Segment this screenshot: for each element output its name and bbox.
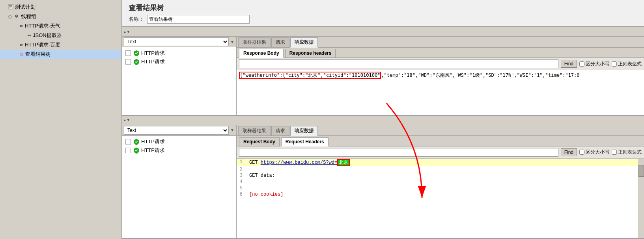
tab-sample-result-2[interactable]: 取样器结果: [238, 126, 271, 135]
collapse-icon-1[interactable]: ▲▼: [124, 29, 129, 35]
code-line-1: 1 GET https://www.baidu.com/S?wd=北京: [237, 159, 638, 166]
panel2-left-header: Text ▼: [122, 125, 236, 136]
code-line-4: 4: [237, 179, 638, 185]
url-link[interactable]: https://www.baidu.com/S?wd=: [261, 160, 337, 165]
sub-tab-response-headers-1[interactable]: Response headers: [285, 49, 336, 57]
panel2-right: 取样器结果 请求 响应数据 Re: [237, 125, 644, 239]
result-panel-1: ▲▼ Text ▼: [122, 26, 644, 116]
sub-tab-response-body-1[interactable]: Response Body: [239, 49, 284, 58]
page-header: 查看结果树 名称：: [122, 0, 644, 26]
sidebar-label-json-extractor: JSON提取器: [33, 32, 62, 39]
line-num-3: 3: [237, 173, 246, 178]
scrollbar-thumb-2[interactable]: [638, 165, 644, 177]
panel1-find-button[interactable]: Find: [561, 60, 577, 68]
line-num-1: 1: [237, 159, 246, 166]
tab-request-2[interactable]: 请求: [271, 126, 289, 135]
panel1-case-check[interactable]: 区分大小写: [579, 61, 609, 67]
sidebar-item-http-baidu[interactable]: ✏ HTTP请求-百度: [0, 40, 121, 50]
panel1-left: Text ▼ HTT: [122, 37, 237, 115]
code-text-3: GET data:: [249, 173, 275, 178]
pencil3-icon: ✏: [20, 43, 23, 48]
svg-rect-1: [9, 5, 12, 6]
svg-rect-2: [9, 6, 12, 7]
shield-icon-1a: [133, 50, 140, 56]
pencil-icon: ✏: [20, 24, 23, 29]
flower-icon: ✿: [20, 52, 24, 57]
sidebar-item-thread-group[interactable]: ⊙ 线程组: [0, 12, 121, 21]
main-content: 查看结果树 名称： ▲▼ Text: [122, 0, 644, 239]
code-text-6: [no cookies]: [249, 192, 283, 197]
name-label: 名称：: [129, 16, 144, 23]
tree-node-2a[interactable]: HTTP请求: [124, 137, 234, 146]
shield-icon-2b: [133, 147, 140, 154]
panel1-right: 取样器结果 请求 响应数据 Re: [237, 37, 644, 115]
panel1-body: Text ▼ HTT: [122, 37, 644, 115]
panel2-body: Text ▼ HTTP请求: [122, 125, 644, 239]
panel2-code-wrapper: 1 GET https://www.baidu.com/S?wd=北京 2: [237, 159, 644, 239]
tree-node-label-2a: HTTP请求: [141, 138, 165, 145]
panels-wrapper: ▲▼ Text ▼: [122, 26, 644, 239]
panel1-tree: HTTP请求 HTTP请求: [122, 47, 236, 115]
tree-node-label-1b: HTTP请求: [141, 58, 165, 65]
panel1-dropdown[interactable]: Text: [124, 37, 229, 46]
vertical-scrollbar-2[interactable]: [638, 159, 644, 239]
sidebar-label-http-baidu: HTTP请求-百度: [25, 41, 60, 48]
panel2-regex-check[interactable]: 正则表达式: [612, 149, 642, 156]
panel1-response-content[interactable]: {"weatherinfo":{"city":"北京","cityid":"10…: [237, 70, 644, 115]
sidebar-item-json-extractor[interactable]: ✏ JSON提取器: [0, 31, 121, 40]
sidebar-item-test-plan[interactable]: 测试计划: [0, 2, 121, 12]
tree-checkbox-1a[interactable]: [125, 50, 131, 56]
tree-node-2b[interactable]: HTTP请求: [124, 146, 234, 155]
line-num-4: 4: [237, 179, 246, 185]
sub-tab-request-headers-2[interactable]: Request Headers: [281, 137, 329, 146]
shield-icon-2a: [133, 139, 140, 145]
code-line-3: 3 GET data:: [237, 172, 638, 179]
tab-response-1[interactable]: 响应数据: [290, 37, 318, 48]
tree-checkbox-2a[interactable]: [125, 139, 131, 145]
dropdown-arrow-2[interactable]: ▼: [230, 128, 234, 132]
panel2-find-button[interactable]: Find: [561, 148, 577, 156]
svg-point-5: [16, 15, 17, 17]
test-plan-icon: [8, 4, 13, 11]
sub-tab-request-body-2[interactable]: Request Body: [239, 137, 280, 146]
panel2-dropdown[interactable]: Text: [124, 126, 229, 135]
tree-node-1a[interactable]: HTTP请求: [124, 49, 234, 57]
keyword-beijing: 北京: [337, 159, 350, 166]
tree-checkbox-1b[interactable]: [125, 59, 131, 65]
panel2-code-content[interactable]: 1 GET https://www.baidu.com/S?wd=北京 2: [237, 159, 638, 239]
panel2-search-bar: Find 区分大小写 正则表达式: [237, 146, 644, 159]
sidebar-label-result-tree: 查看结果树: [25, 51, 51, 58]
tab-request-1[interactable]: 请求: [271, 37, 289, 47]
sidebar-label-thread-group: 线程组: [21, 13, 36, 20]
panel1-sub-tabs-bar: Response Body Response headers: [237, 48, 644, 58]
panel1-tabs-bar: 取样器结果 请求 响应数据: [237, 37, 644, 48]
sidebar-item-http-weather[interactable]: ✏ HTTP请求-天气: [0, 21, 121, 31]
tree-node-label-1a: HTTP请求: [141, 50, 165, 57]
dropdown-arrow-1[interactable]: ▼: [230, 40, 234, 44]
code-line-2: 2: [237, 166, 638, 172]
page-title: 查看结果树: [129, 3, 638, 13]
panel1-regex-check[interactable]: 正则表达式: [612, 61, 642, 67]
panel2-header[interactable]: ▲▼: [122, 116, 644, 125]
tree-checkbox-2b[interactable]: [125, 148, 131, 153]
tree-node-1b[interactable]: HTTP请求: [124, 57, 234, 66]
panel1-search-bar: Find 区分大小写 正则表达式: [237, 58, 644, 70]
line-num-2: 2: [237, 167, 246, 172]
sidebar: 测试计划 ⊙ 线程组 ✏ HTTP请求-天气 ✏ JSON提取器 ✏: [0, 0, 122, 239]
code-text-1: GET https://www.baidu.com/S?wd=北京: [249, 159, 350, 166]
red-box-1: {"weatherinfo":{"city":"北京","cityid":"10…: [239, 72, 381, 79]
collapse-icon-2[interactable]: ▲▼: [124, 117, 129, 123]
code-line-6: 6 [no cookies]: [237, 191, 638, 198]
panel1-header[interactable]: ▲▼: [122, 27, 644, 37]
panel2-search-input[interactable]: [239, 148, 558, 157]
panel1-search-input[interactable]: [239, 59, 558, 68]
tab-sample-result-1[interactable]: 取样器结果: [238, 37, 271, 47]
panel2-tab-content: Request Body Request Headers Find: [237, 136, 644, 239]
tab-response-2[interactable]: 响应数据: [290, 126, 318, 136]
code-line-5: 5: [237, 185, 638, 191]
panel2-tree: HTTP请求 HTTP请求: [122, 136, 236, 239]
sidebar-item-result-tree[interactable]: ✿ 查看结果树: [0, 50, 121, 59]
panel1-tab-content: Response Body Response headers Find: [237, 48, 644, 115]
panel2-case-check[interactable]: 区分大小写: [579, 149, 609, 156]
name-input[interactable]: [147, 15, 250, 24]
